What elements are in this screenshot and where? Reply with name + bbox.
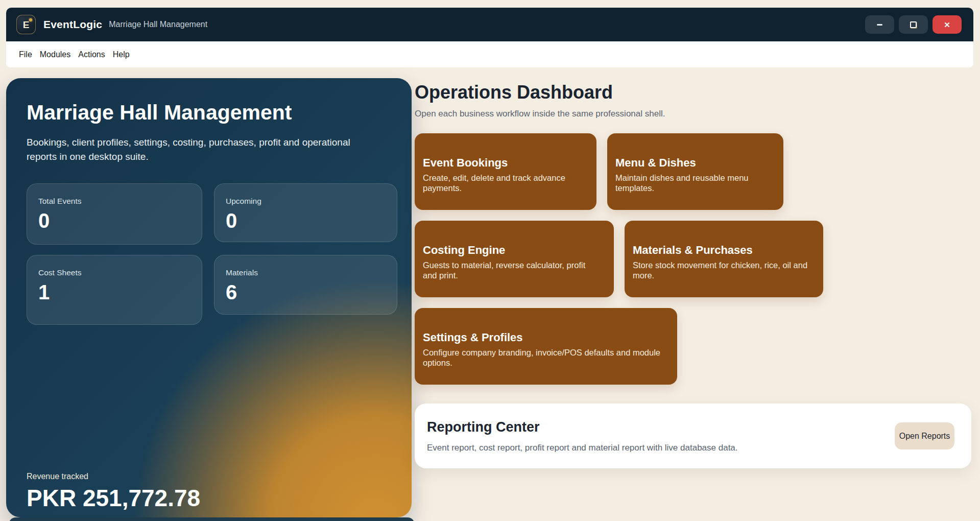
stat-value: 0 <box>38 209 190 232</box>
app-logo-icon: E <box>16 15 36 34</box>
app-name: EventLogic <box>43 18 102 31</box>
reporting-center-card: Reporting Center Event report, cost repo… <box>415 404 971 468</box>
open-reports-button[interactable]: Open Reports <box>895 422 954 449</box>
module-description: Store stock movement for chicken, rice, … <box>633 260 811 280</box>
stat-card-total-events: Total Events 0 <box>27 183 202 245</box>
page-subtitle: Open each business workflow inside the s… <box>415 109 973 119</box>
minimize-button[interactable] <box>865 15 894 34</box>
hero-description: Bookings, client profiles, settings, cos… <box>27 135 381 164</box>
logo-letter: E <box>23 20 30 30</box>
module-description: Guests to material, reverse calculator, … <box>423 260 602 280</box>
module-grid: Event Bookings Create, edit, delete and … <box>415 133 973 385</box>
module-card-materials-purchases[interactable]: Materials & Purchases Store stock moveme… <box>625 221 823 297</box>
module-description: Create, edit, delete and track advance p… <box>423 173 584 193</box>
stat-value: 6 <box>226 281 386 303</box>
stat-label: Total Events <box>38 196 190 206</box>
operations-dashboard: Operations Dashboard Open each business … <box>415 82 973 385</box>
stat-label: Materials <box>226 268 386 278</box>
hero-panel: Marriage Hall Management Bookings, clien… <box>6 78 412 517</box>
stat-label: Upcoming <box>226 196 386 206</box>
hero-title: Marriage Hall Management <box>27 101 391 125</box>
stats-grid: Total Events 0 Upcoming 0 Cost Sheets 1 … <box>27 183 391 325</box>
stat-label: Cost Sheets <box>38 268 190 278</box>
window-controls: ✕ <box>865 15 962 34</box>
close-icon: ✕ <box>944 21 950 29</box>
close-button[interactable]: ✕ <box>933 15 962 34</box>
menu-item-modules[interactable]: Modules <box>40 49 70 61</box>
stat-value: 1 <box>38 281 190 303</box>
maximize-icon <box>910 21 917 28</box>
module-title: Settings & Profiles <box>423 330 665 345</box>
revenue-value: PKR 251,772.78 <box>27 484 200 512</box>
menu-item-help[interactable]: Help <box>113 49 130 61</box>
module-card-event-bookings[interactable]: Event Bookings Create, edit, delete and … <box>415 133 596 210</box>
revenue-label: Revenue tracked <box>27 471 200 482</box>
module-title: Event Bookings <box>423 156 584 170</box>
page-title: Operations Dashboard <box>415 82 973 103</box>
reporting-title: Reporting Center <box>427 419 738 435</box>
stat-card-cost-sheets: Cost Sheets 1 <box>27 255 202 325</box>
stat-card-upcoming: Upcoming 0 <box>214 183 397 242</box>
stat-value: 0 <box>226 209 386 232</box>
logo-spark-icon <box>29 18 32 21</box>
module-card-costing-engine[interactable]: Costing Engine Guests to material, rever… <box>415 221 614 297</box>
titlebar: E EventLogic Marriage Hall Management ✕ <box>6 8 973 41</box>
maximize-button[interactable] <box>899 15 928 34</box>
reporting-description: Event report, cost report, profit report… <box>427 443 738 453</box>
module-card-menu-dishes[interactable]: Menu & Dishes Maintain dishes and reusab… <box>607 133 783 210</box>
module-description: Configure company branding, invoice/POS … <box>423 347 665 368</box>
module-title: Materials & Purchases <box>633 243 811 257</box>
menubar: File Modules Actions Help <box>6 41 973 67</box>
stat-card-materials: Materials 6 <box>214 255 397 315</box>
bottom-statusbar-edge <box>9 517 415 521</box>
minimize-icon <box>877 24 882 26</box>
menu-item-actions[interactable]: Actions <box>78 49 105 61</box>
module-description: Maintain dishes and reusable menu templa… <box>615 173 771 193</box>
module-title: Menu & Dishes <box>615 156 771 170</box>
module-card-settings-profiles[interactable]: Settings & Profiles Configure company br… <box>415 308 677 385</box>
module-title: Costing Engine <box>423 243 602 257</box>
app-subtitle: Marriage Hall Management <box>109 20 207 29</box>
reporting-text-block: Reporting Center Event report, cost repo… <box>427 419 738 453</box>
revenue-block: Revenue tracked PKR 251,772.78 <box>27 471 200 512</box>
menu-item-file[interactable]: File <box>19 49 32 61</box>
